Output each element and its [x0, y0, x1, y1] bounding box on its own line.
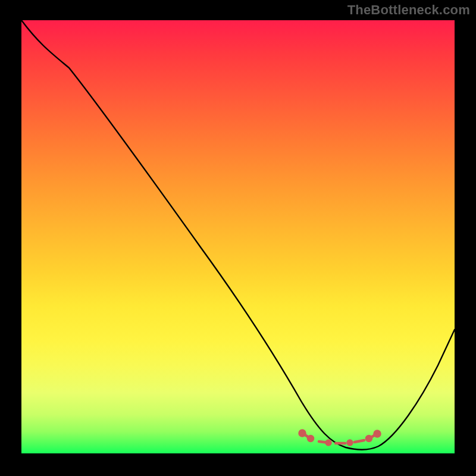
plot-area: [21, 20, 455, 453]
watermark-text: TheBottleneck.com: [347, 2, 470, 18]
chart-frame: TheBottleneck.com: [0, 0, 476, 476]
svg-point-3: [348, 441, 352, 445]
svg-point-1: [308, 436, 313, 441]
bottleneck-curve-path: [21, 20, 455, 450]
optimal-range-marker: [300, 431, 380, 445]
curve-svg: [21, 20, 455, 453]
svg-point-2: [327, 441, 331, 445]
svg-point-5: [375, 431, 380, 437]
